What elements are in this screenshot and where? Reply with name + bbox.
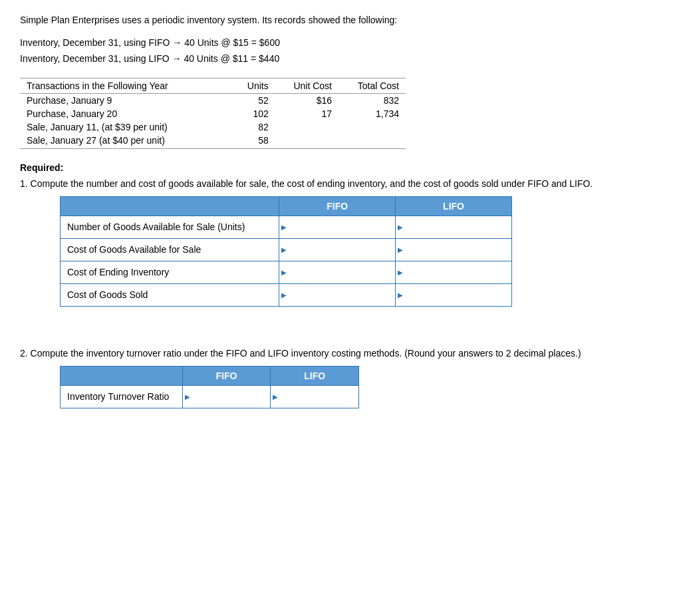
col-header-total-cost: Total Cost [339,78,406,93]
lifo-units-input[interactable] [402,222,505,232]
row-units: 102 [233,107,275,120]
table-row: Cost of Ending Inventory [61,261,512,283]
question-2-text: 2. Compute the inventory turnover ratio … [20,347,661,361]
table-row: Purchase, January 9 52 $16 832 [20,93,406,107]
row-unit-cost: $16 [275,93,339,107]
question-1-text: 1. Compute the number and cost of goods … [20,177,661,191]
fifo-cogs-sold-input[interactable] [286,289,388,300]
col-header-units: Units [233,78,275,93]
table-row: Cost of Goods Sold [61,283,512,306]
fifo-cogs-sold-cell[interactable] [279,283,396,306]
question-2-number: 2. [20,348,28,359]
required-label: Required: [20,162,661,173]
round-note: (Round your answers to 2 decimal places.… [404,348,581,359]
row-description: Purchase, January 9 [20,93,233,107]
fifo-units-input[interactable] [286,222,388,232]
lifo-turnover-cell[interactable] [271,385,359,408]
question-1-body: Compute the number and cost of goods ava… [31,178,593,189]
row-description: Sale, January 27 (at $40 per unit) [20,134,233,149]
answer-table-1-header-lifo: LIFO [396,196,512,216]
row-units: 58 [233,134,275,149]
row-unit-cost [275,134,339,149]
row-units: 52 [233,93,275,107]
turnover-ratio-label: Inventory Turnover Ratio [61,385,183,408]
row-total-cost: 832 [339,93,406,107]
row-total-cost [339,134,406,149]
intro-text: Simple Plan Enterprises uses a periodic … [20,13,661,27]
lifo-cogs-available-input[interactable] [402,244,505,255]
table-row: Number of Goods Available for Sale (Unit… [61,216,512,238]
inventory-lines: Inventory, December 31, using FIFO → 40 … [20,35,661,67]
fifo-turnover-cell[interactable] [182,385,271,408]
table-row: Sale, January 11, (at $39 per unit) 82 [20,120,406,134]
lifo-units-cell[interactable] [396,216,512,238]
row-label-cogs-available: Cost of Goods Available for Sale [61,238,279,261]
table-row: Cost of Goods Available for Sale [61,238,512,261]
required-section: Required: 1. Compute the number and cost… [20,162,661,408]
row-total-cost [339,120,406,134]
lifo-ending-inventory-cell[interactable] [396,261,512,283]
lifo-cogs-sold-input[interactable] [402,289,505,300]
turnover-header-lifo: LIFO [271,366,359,385]
turnover-header-fifo: FIFO [182,366,271,385]
row-label-cogs-sold: Cost of Goods Sold [61,283,279,306]
fifo-ending-inventory-input[interactable] [286,267,388,277]
lifo-turnover-input[interactable] [277,391,352,402]
table-row: Sale, January 27 (at $40 per unit) 58 [20,134,406,149]
table-row: Inventory Turnover Ratio [61,385,359,408]
fifo-cogs-available-input[interactable] [286,244,388,255]
row-total-cost: 1,734 [339,107,406,120]
answer-table-1: FIFO LIFO Number of Goods Available for … [60,196,512,307]
row-unit-cost [275,120,339,134]
col-header-unit-cost: Unit Cost [275,78,339,93]
fifo-ending-inventory-cell[interactable] [279,261,396,283]
row-description: Sale, January 11, (at $39 per unit) [20,120,233,134]
fifo-cogs-available-cell[interactable] [279,238,396,261]
answer-table-1-wrapper: FIFO LIFO Number of Goods Available for … [60,196,661,307]
turnover-table: FIFO LIFO Inventory Turnover Ratio [60,366,359,408]
question-1-number: 1. [20,178,28,189]
lifo-inventory-line: Inventory, December 31, using LIFO → 40 … [20,51,661,67]
lifo-cogs-available-cell[interactable] [396,238,512,261]
turnover-table-wrapper: FIFO LIFO Inventory Turnover Ratio [60,366,661,408]
row-label-ending-inventory: Cost of Ending Inventory [61,261,279,283]
answer-table-1-header-fifo: FIFO [279,196,396,216]
transactions-table: Transactions in the Following Year Units… [20,78,406,149]
table-row: Purchase, January 20 102 17 1,734 [20,107,406,120]
fifo-inventory-line: Inventory, December 31, using FIFO → 40 … [20,35,661,51]
col-header-description: Transactions in the Following Year [20,78,233,93]
fifo-turnover-input[interactable] [190,391,264,402]
lifo-cogs-sold-cell[interactable] [396,283,512,306]
row-description: Purchase, January 20 [20,107,233,120]
answer-table-1-header-label [61,196,279,216]
lifo-ending-inventory-input[interactable] [402,267,505,277]
turnover-header-label [61,366,183,385]
row-label-units: Number of Goods Available for Sale (Unit… [61,216,279,238]
row-unit-cost: 17 [275,107,339,120]
row-units: 82 [233,120,275,134]
fifo-units-cell[interactable] [279,216,396,238]
question-2-body: Compute the inventory turnover ratio und… [31,348,402,359]
